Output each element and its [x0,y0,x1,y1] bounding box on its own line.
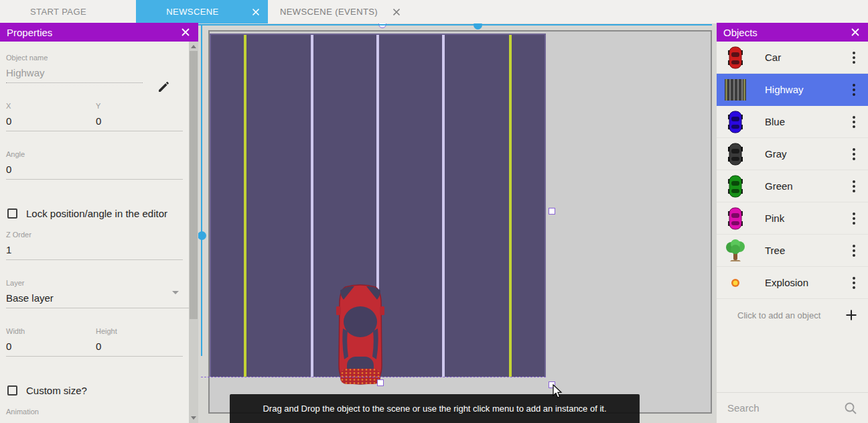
close-icon[interactable] [392,8,401,16]
more-options-icon[interactable] [849,52,859,64]
object-name-input[interactable]: Highway [6,67,143,83]
object-item-explosion[interactable]: Explosion [717,267,868,299]
object-label: Green [765,180,793,192]
gray-car-thumbnail-icon [725,142,746,166]
tab-newscene-events[interactable]: NEWSCENE (EVENTS) [268,0,410,23]
lock-position-row: Lock position/angle in the editor [7,206,183,222]
field-label: Width [6,327,94,337]
angle-input[interactable]: 0 [6,164,183,179]
green-car-thumbnail-icon [725,174,746,198]
object-label: Explosion [765,277,808,288]
field-label: Height [96,327,183,337]
h-scrollbar[interactable] [198,24,712,25]
animation-field: Animation 0 [6,408,183,423]
panel-title: Objects [723,27,757,38]
y-input[interactable]: 0 [96,115,183,131]
lane-line [311,35,313,377]
selection-bottom-edge [201,377,546,377]
resize-handle-bottom[interactable] [377,379,384,386]
search-input[interactable] [727,402,835,414]
object-item-highway[interactable]: Highway [717,74,868,106]
blue-car-thumbnail-icon [725,110,746,134]
search-icon [844,402,857,415]
lane-line [442,35,445,377]
more-options-icon[interactable] [849,213,859,225]
more-options-icon[interactable] [849,116,859,128]
scrollbar-thumb[interactable] [190,51,198,319]
field-label: Animation [6,408,183,417]
add-object-icon[interactable] [845,309,857,321]
field-label: Object name [6,54,143,63]
close-icon[interactable] [252,8,260,16]
checkbox-label: Lock position/angle in the editor [26,206,167,222]
more-options-icon[interactable] [849,84,859,96]
v-scrollbar-thumb[interactable] [198,231,206,240]
object-label: Tree [765,245,785,256]
scene-canvas[interactable]: Drag and Drop the object to the scene or… [198,23,717,423]
z-order-field: Z Order 1 [6,231,183,260]
close-icon[interactable] [181,27,190,37]
object-search-bar [717,392,868,423]
field-label: Z Order [6,231,183,240]
properties-content: Object name Highway X 0 Y 0 Angle 0 Lock… [0,42,189,423]
tab-label: NEWSCENE [136,7,249,17]
object-item-gray[interactable]: Gray [717,138,868,170]
object-label: Gray [765,148,787,160]
layer-select[interactable]: Base layer [6,292,195,308]
field-label: Layer [6,279,195,288]
more-options-icon[interactable] [849,277,859,289]
v-scrollbar[interactable] [201,25,202,356]
object-item-car[interactable]: Car [717,42,868,74]
z-order-input[interactable]: 1 [6,244,183,259]
h-scrollbar-thumb[interactable] [474,23,482,29]
objects-list: Car Highway Blue [717,42,868,331]
object-item-blue[interactable]: Blue [717,106,868,138]
more-options-icon[interactable] [849,148,859,160]
object-item-green[interactable]: Green [717,170,868,202]
drag-drop-tooltip: Drag and Drop the object to the scene or… [230,394,640,423]
tab-newscene[interactable]: NEWSCENE [136,0,268,23]
scroll-down-icon[interactable] [191,416,196,420]
custom-size-checkbox[interactable] [7,385,17,396]
height-input[interactable]: 0 [96,341,183,356]
tab-bar: START PAGE NEWSCENE NEWSCENE (EVENTS) [0,0,868,23]
x-input[interactable]: 0 [6,115,94,131]
lock-position-checkbox[interactable] [7,208,17,219]
object-item-tree[interactable]: Tree [717,235,868,267]
width-input[interactable]: 0 [6,341,94,356]
size-fields: Width 0 Height 0 [6,327,183,357]
field-label: Angle [6,150,183,160]
tab-label: START PAGE [30,7,86,17]
mouse-cursor [552,384,563,399]
position-fields: X 0 Y 0 [6,102,183,131]
panel-title: Properties [7,27,52,38]
x-field: X 0 [6,102,94,131]
car-instance[interactable] [336,284,384,386]
explosion-thumbnail-icon [725,271,746,295]
checkbox-label: Custom size? [26,383,87,399]
height-field: Height 0 [94,327,183,356]
add-object-hint: Click to add an object [737,310,820,320]
tree-thumbnail-icon [725,239,746,263]
properties-panel-header: Properties [0,23,198,42]
objects-panel: Objects Car Highway [717,23,868,423]
resize-handle-right[interactable] [549,208,555,215]
lane-line [244,35,246,377]
more-options-icon[interactable] [849,245,859,257]
chevron-down-icon[interactable] [172,291,179,294]
pink-car-thumbnail-icon [725,206,746,231]
properties-scrollbar[interactable] [189,42,198,423]
edit-pencil-icon[interactable] [157,80,170,93]
object-label: Highway [765,84,804,95]
tab-start-page[interactable]: START PAGE [0,0,117,23]
object-item-pink[interactable]: Pink [717,202,868,235]
field-label: X [6,102,94,111]
y-field: Y 0 [94,102,183,131]
object-name-field: Object name Highway [6,54,143,83]
angle-field: Angle 0 [6,150,183,180]
add-object-row[interactable]: Click to add an object [717,299,868,331]
car-thumbnail-icon [725,46,746,70]
close-icon[interactable] [851,27,860,37]
more-options-icon[interactable] [849,180,859,192]
scroll-up-icon[interactable] [191,45,196,48]
